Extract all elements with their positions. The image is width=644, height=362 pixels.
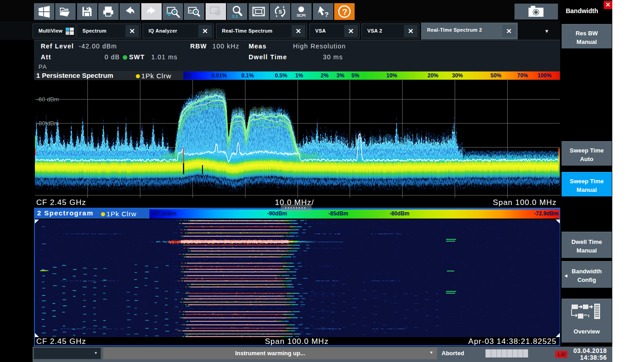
- svg-text:?: ?: [324, 10, 328, 18]
- svg-text:1:1: 1:1: [232, 14, 238, 19]
- svg-text:SCPI: SCPI: [297, 13, 306, 18]
- svg-text:?: ?: [342, 7, 347, 17]
- svg-text:S: S: [279, 9, 282, 14]
